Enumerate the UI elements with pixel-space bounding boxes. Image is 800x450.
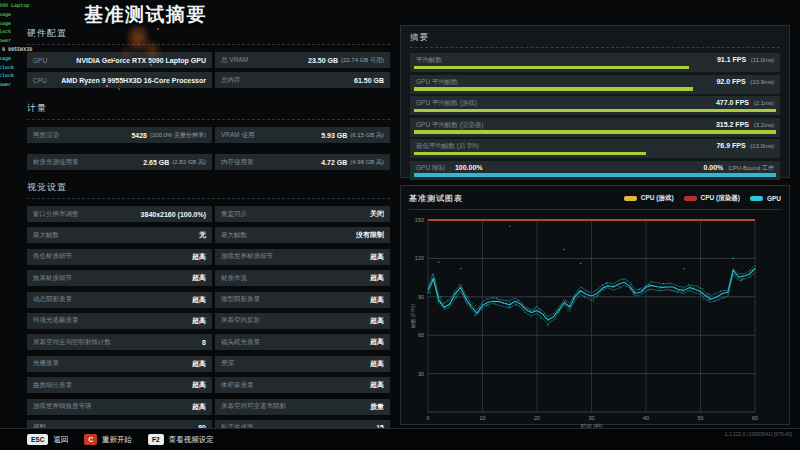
summary-row: 最低平均帧数 (后 5%)76.9 FPS (13.0ms) xyxy=(410,139,780,158)
gpu-limit-bar xyxy=(414,173,776,177)
setting-label: 材质串流 xyxy=(221,274,370,283)
setting-value: 超高 xyxy=(192,273,206,283)
section-visual-settings: 视觉设置 窗口分辨率调整3840x2160 (100.0%)最大帧数无角色材质细… xyxy=(27,181,390,441)
setting-label: 屏幕空间可变速率阴影 xyxy=(221,402,370,411)
setting-row: 微型阴影质量超高 xyxy=(215,292,390,308)
setting-row: 最大帧数没有限制 xyxy=(215,227,390,243)
setting-label: 窗口分辨率调整 xyxy=(33,210,141,219)
setting-row: 曲面细分质量超高 xyxy=(27,377,212,393)
summary-value: 92.0 FPS (10.9ms) xyxy=(716,78,774,85)
setting-value: 超高 xyxy=(370,273,384,283)
setting-value: 超高 xyxy=(192,295,206,305)
overlay-line: CPU1 clock xyxy=(0,63,62,72)
summary-row: 平均帧数91.1 FPS (11.0ms) xyxy=(410,53,780,72)
summary-label: 平均帧数 xyxy=(416,56,442,65)
gpu-outlier-point xyxy=(509,226,510,227)
metrics-row: 材质资源使用量2.65 GB(2.82 GB 高)内存使用量4.72 GB(4.… xyxy=(27,154,390,170)
metrics-row-cell: 画面渲染5428(100.0% 完整分辨率) xyxy=(27,127,212,143)
visual-settings-left-column: 窗口分辨率调整3840x2160 (100.0%)最大帧数无角色材质细节超高效果… xyxy=(27,206,212,441)
stat-value: AMD Ryzen 9 9955HX3D 16-Core Processor xyxy=(61,77,206,84)
legend-label: CPU (游戏) xyxy=(641,194,674,203)
summary-label: 最低平均帧数 (后 5%) xyxy=(416,142,479,151)
stat-label: 总内存 xyxy=(221,76,354,85)
fps-value: 91.1 FPS xyxy=(717,56,746,63)
footer-key-hints: ESC返回C重新开始F2查看视频设定 xyxy=(27,434,214,445)
x-tick-label: 50 xyxy=(697,415,703,421)
x-tick-label: 30 xyxy=(588,415,594,421)
cpu-bound-value: 0.00% CPU-Bound 工作 xyxy=(704,164,775,173)
setting-label: 光栅质量 xyxy=(33,359,192,368)
setting-label: 游戏世界细致度等级 xyxy=(33,402,192,411)
footer-key-c[interactable]: C重新开始 xyxy=(84,434,132,445)
setting-row: 屏幕空间全局照明射线计数8 xyxy=(27,334,212,350)
metrics-row-cell: VRAM 使用5.93 GB(6.15 GB 高) xyxy=(215,127,390,143)
summary-value: 477.0 FPS (2.1ms) xyxy=(716,99,774,106)
setting-value: 超高 xyxy=(192,252,206,262)
summary-label: GPU 平均帧数 (游戏) xyxy=(416,99,477,108)
performance-overlay-lines: RTX 5090 LaptopGPU usageMEM usageGPU clo… xyxy=(0,1,62,98)
setting-row: 屏幕空间反射超高 xyxy=(215,313,390,329)
setting-row: 游戏世界材质细节超高 xyxy=(215,249,390,265)
overlay-line: GPU power xyxy=(0,36,62,45)
key-action-label: 重新开始 xyxy=(102,435,132,445)
overlay-line: CPU usage xyxy=(0,54,62,63)
summary-label: GPU 平均帧数 (渲染器) xyxy=(416,121,484,130)
section-summary: 摘要 平均帧数91.1 FPS (11.0ms)GPU 平均帧数92.0 FPS… xyxy=(400,25,790,178)
stat-label: 画面渲染 xyxy=(33,131,131,140)
setting-label: 游戏世界材质细节 xyxy=(221,252,370,261)
left-column: 硬件配置 GPUNVIDIA GeForce RTX 5090 Laptop G… xyxy=(27,27,390,441)
setting-row: 材质串流超高 xyxy=(215,270,390,286)
setting-value: 超高 xyxy=(370,316,384,326)
y-axis-label: 帧数 (FPS) xyxy=(410,303,416,328)
setting-value: 关闭 xyxy=(370,209,384,219)
fps-bar xyxy=(414,130,776,134)
setting-label: 角色材质细节 xyxy=(33,252,192,261)
setting-label: 景深 xyxy=(221,359,370,368)
performance-overlay: RTX 5090 LaptopGPU usageMEM usageGPU clo… xyxy=(0,1,62,105)
legend-swatch xyxy=(624,196,637,201)
legend-label: CPU (渲染器) xyxy=(701,194,740,203)
key-action-label: 查看视频设定 xyxy=(169,435,214,445)
version-text: 1.1.122.0 (10993541) [576.40] xyxy=(725,431,792,437)
setting-value: 质量 xyxy=(370,402,384,412)
overlay-line: CPU2 clock xyxy=(0,71,62,80)
setting-label: 最大帧数 xyxy=(33,231,199,240)
summary-label: GPU 平均帧数 xyxy=(416,78,458,87)
overlay-line: GPU usage xyxy=(0,10,62,19)
setting-value: 超高 xyxy=(192,316,206,326)
x-tick-label: 40 xyxy=(643,415,649,421)
setting-row: 光栅质量超高 xyxy=(27,356,212,372)
stat-value: 23.50 GB xyxy=(308,57,338,64)
setting-value: 没有限制 xyxy=(356,230,384,240)
stat-label: 材质资源使用量 xyxy=(33,158,143,167)
benchmark-summary-screen: RTX 5090 LaptopGPU usageMEM usageGPU clo… xyxy=(0,0,800,450)
setting-value: 8 xyxy=(202,339,206,346)
key-action-label: 返回 xyxy=(53,435,68,445)
setting-value: 超高 xyxy=(370,359,384,369)
frametime-value: (10.9ms) xyxy=(749,79,774,85)
chart-legend: CPU (游戏)CPU (渲染器)GPU xyxy=(624,194,781,203)
hardware-row-cell: 总 VRAM23.50 GB(22.74 GB 可用) xyxy=(215,52,390,68)
setting-row: 角色材质细节超高 xyxy=(27,249,212,265)
overlay-line: MEM usage xyxy=(0,19,62,28)
fps-value: 92.0 FPS xyxy=(716,78,745,85)
summary-row: GPU 平均帧数 (渲染器)315.2 FPS (3.2ms) xyxy=(410,118,780,137)
footer-key-f2[interactable]: F2查看视频设定 xyxy=(148,434,214,445)
overlay-line: D3D12 xyxy=(0,89,62,98)
legend-swatch xyxy=(684,196,697,201)
setting-value: 超高 xyxy=(370,337,384,347)
y-tick-label: 30 xyxy=(418,371,424,377)
fps-bar xyxy=(414,152,646,156)
overlay-line: Ryzen 9 9955HX3D xyxy=(0,45,62,54)
gpu-outlier-point xyxy=(564,249,565,250)
setting-label: 曲面细分质量 xyxy=(33,381,192,390)
summary-value: 315.2 FPS (3.2ms) xyxy=(716,121,774,128)
setting-label: 动态阴影质量 xyxy=(33,295,192,304)
setting-label: 屏幕空间全局照明射线计数 xyxy=(33,338,202,347)
footer-key-esc[interactable]: ESC返回 xyxy=(27,434,68,445)
setting-row: 垂直同步关闭 xyxy=(215,206,390,222)
setting-row: 动态阴影质量超高 xyxy=(27,292,212,308)
setting-row: 屏幕空间可变速率阴影质量 xyxy=(215,399,390,415)
y-tick-label: 60 xyxy=(418,332,424,338)
gpu-outlier-point xyxy=(438,262,439,263)
